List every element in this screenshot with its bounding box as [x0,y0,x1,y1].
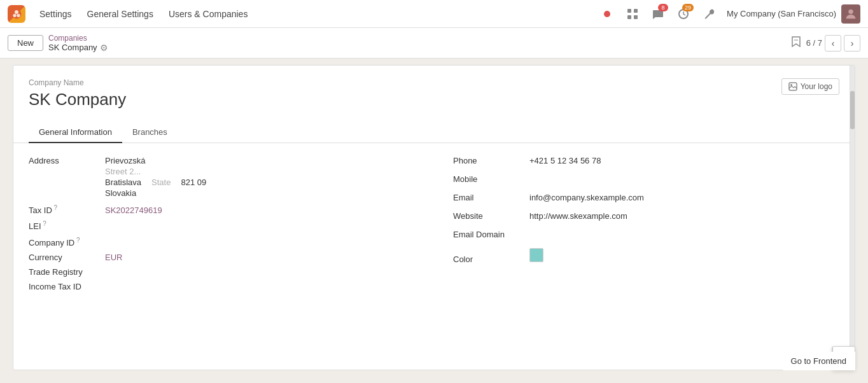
tax-id-field: Tax ID ? SK2022749619 [29,204,415,215]
currency-field: Currency EUR [29,253,415,262]
gear-icon[interactable]: ⚙ [100,43,108,53]
activity-btn[interactable]: 29 [673,4,694,24]
status-dot-btn[interactable] [597,4,617,24]
user-avatar[interactable] [841,4,860,24]
logo-button[interactable]: Your logo [781,78,839,95]
bottom-action-bar: Go to Frontend ⋮ [832,346,855,370]
color-field: Color [453,248,839,264]
mobile-label: Mobile [453,174,529,184]
actionbar: New Companies SK Company ⚙ 6 / 7 ‹ › [0,28,868,59]
company-name-label: Company Name [29,78,839,87]
lei-tooltip[interactable]: ? [41,220,46,227]
phone-label: Phone [453,156,529,165]
address-city-row: Bratislava State 821 09 [105,178,206,187]
topnav-right: 8 29 My Company (San Francisco) [597,4,860,24]
tab-branches[interactable]: Branches [122,122,178,143]
pager-text: 6 / 7 [806,38,822,48]
pager-next-button[interactable]: › [844,35,860,52]
address-state[interactable]: State [151,178,171,187]
company-id-tooltip[interactable]: ? [74,237,80,244]
svg-point-12 [790,84,792,86]
lei-label: LEI ? [29,220,105,231]
phone-field: Phone +421 5 12 34 56 78 [453,156,839,165]
address-value: Prievozská Street 2... Bratislava State … [105,156,206,198]
svg-rect-4 [627,9,631,13]
scrollbar-thumb[interactable] [850,91,855,129]
email-label: Email [453,193,529,202]
color-label: Color [453,254,529,264]
company-title: SK Company [29,90,839,109]
address-line2[interactable]: Street 2... [105,167,206,176]
mobile-field: Mobile [453,174,839,184]
wrench-icon [703,8,715,20]
bookmark-button[interactable] [788,33,804,53]
tab-general-information[interactable]: General Information [29,122,122,143]
company-id-label: Company ID ? [29,237,105,247]
breadcrumb: Companies SK Company ⚙ [48,34,108,53]
form-header: Company Name SK Company Your logo [13,66,855,116]
tax-id-label: Tax ID ? [29,204,105,215]
company-id-field: Company ID ? [29,237,415,247]
website-label: Website [453,211,529,221]
website-value[interactable]: http://www.skexample.com [529,211,627,221]
bookmark-icon [791,36,801,47]
email-domain-label: Email Domain [453,230,529,239]
tax-id-tooltip[interactable]: ? [52,204,57,211]
currency-value[interactable]: EUR [105,253,122,262]
go-to-frontend-button[interactable]: Go to Frontend [782,352,855,370]
form-container: Company Name SK Company Your logo Genera… [13,65,855,370]
address-country[interactable]: Slovakia [105,188,206,198]
app-logo[interactable] [8,5,25,23]
phone-value[interactable]: +421 5 12 34 56 78 [529,156,601,165]
email-value[interactable]: info@company.skexample.com [529,193,644,202]
email-field: Email info@company.skexample.com [453,193,839,202]
address-zip[interactable]: 821 09 [181,178,206,187]
email-domain-field: Email Domain [453,230,839,239]
lei-field: LEI ? [29,220,415,231]
nav-users-companies[interactable]: Users & Companies [161,0,256,28]
color-swatch[interactable] [529,248,543,262]
actionbar-right: 6 / 7 ‹ › [788,33,860,53]
income-tax-id-field: Income Tax ID [29,282,415,291]
currency-label: Currency [29,253,105,262]
trade-registry-field: Trade Registry [29,267,415,277]
pager-prev-button[interactable]: ‹ [825,35,841,52]
pager: 6 / 7 [806,38,822,48]
new-button[interactable]: New [8,35,43,51]
wrench-btn[interactable] [699,4,719,24]
tax-id-value[interactable]: SK2022749619 [105,205,162,215]
logo-btn-label: Your logo [801,82,832,91]
top-navigation: Settings General Settings Users & Compan… [0,0,868,28]
website-field: Website http://www.skexample.com [453,211,839,221]
activity-badge: 29 [682,4,694,11]
status-dot-icon [604,11,610,17]
grid-menu-btn[interactable] [622,4,643,24]
svg-point-3 [17,13,20,17]
scrollbar[interactable] [850,66,855,370]
svg-point-9 [848,9,853,13]
image-icon [788,82,797,91]
form-body: Address Prievozská Street 2... Bratislav… [13,143,855,309]
address-city[interactable]: Bratislava [105,178,141,187]
left-column: Address Prievozská Street 2... Bratislav… [29,156,415,296]
nav-general-settings[interactable]: General Settings [80,0,161,28]
svg-rect-11 [789,83,797,90]
breadcrumb-current-text: SK Company [48,43,97,52]
svg-rect-6 [627,15,631,19]
trade-registry-label: Trade Registry [29,267,105,277]
income-tax-id-label: Income Tax ID [29,282,105,291]
svg-rect-7 [634,15,638,19]
svg-rect-5 [634,9,638,13]
address-label: Address [29,156,105,165]
address-line1[interactable]: Prievozská [105,156,206,165]
svg-point-1 [15,10,18,14]
svg-point-2 [13,13,16,17]
tabs-container: General Information Branches [13,122,855,143]
chat-btn[interactable]: 8 [648,4,668,24]
company-name-display[interactable]: My Company (San Francisco) [727,9,836,18]
breadcrumb-parent[interactable]: Companies [48,34,108,43]
breadcrumb-current: SK Company ⚙ [48,43,108,53]
right-column: Phone +421 5 12 34 56 78 Mobile Email in… [453,156,839,296]
address-field-group: Address Prievozská Street 2... Bratislav… [29,156,415,198]
nav-settings[interactable]: Settings [32,0,80,28]
